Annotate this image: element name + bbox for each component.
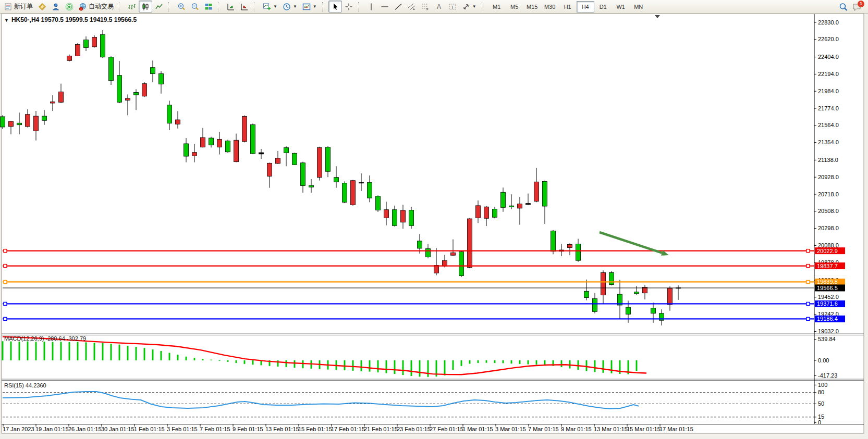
time-axis-label: 13 Mar 01:15 <box>594 426 628 432</box>
auto-trading-button[interactable]: 自动交易 <box>76 1 116 12</box>
text-tool-button[interactable]: A <box>432 1 446 12</box>
metaeditor-button[interactable] <box>35 1 49 12</box>
crosshair-icon <box>345 3 353 11</box>
notifications-icon[interactable]: 1 <box>852 3 861 11</box>
line-handle[interactable] <box>4 280 7 283</box>
candle-body <box>568 244 572 247</box>
candle-body <box>134 92 139 95</box>
toolbar-separator <box>322 2 326 11</box>
line-handle[interactable] <box>806 280 810 283</box>
candle-body <box>409 210 414 225</box>
chart-canvas[interactable]: 22830.022620.022404.022194.021984.021774… <box>0 0 868 439</box>
line-handle[interactable] <box>806 249 810 253</box>
timeframe-button-m5[interactable]: M5 <box>506 1 523 12</box>
candle-body <box>317 147 322 177</box>
dropdown-caret: ▼ <box>293 4 297 9</box>
price-tick-label: 22830.0 <box>818 19 839 26</box>
time-axis-label: 17 Jan 2023 <box>3 426 34 432</box>
candle-body <box>234 140 239 161</box>
time-axis-label: 19 Jan 01:15 <box>35 426 69 432</box>
candle-body <box>51 102 55 103</box>
candle-body <box>309 185 314 187</box>
candle-body <box>484 207 489 218</box>
new-chart-icon <box>263 3 271 11</box>
line-handle[interactable] <box>806 317 810 320</box>
candle-body <box>292 153 297 165</box>
zoom-in-button[interactable] <box>175 1 188 12</box>
line-handle[interactable] <box>4 317 7 320</box>
crosshair-tool-button[interactable] <box>342 1 356 12</box>
timeframe-button-d1[interactable]: D1 <box>594 1 612 12</box>
period-button[interactable]: ▼ <box>280 1 300 12</box>
horizontal-line-icon <box>381 3 389 11</box>
price-tick-label: 21138.0 <box>818 157 838 163</box>
candle-body <box>468 219 472 267</box>
new-order-button[interactable]: 新订单 <box>2 1 35 12</box>
timeframe-button-m15[interactable]: M15 <box>523 1 541 12</box>
arrows-tool-button[interactable]: ▼ <box>459 1 479 12</box>
line-chart-button[interactable] <box>152 1 166 12</box>
data-window-button[interactable] <box>224 1 238 12</box>
price-tick-label: 21774.0 <box>818 105 839 111</box>
candle-body <box>418 241 422 248</box>
vertical-line-tool-button[interactable] <box>364 1 378 12</box>
bar-chart-button[interactable] <box>125 1 139 12</box>
horizontal-line-tool-button[interactable] <box>378 1 392 12</box>
price-line-badge-label: 20022.9 <box>817 248 838 254</box>
rsi-axis-label: 50 <box>818 400 824 407</box>
candle-body <box>576 244 581 260</box>
search-icon[interactable] <box>839 3 847 11</box>
dropdown-caret: ▼ <box>273 4 277 9</box>
dropdown-caret: ▼ <box>472 4 476 9</box>
candle-body <box>593 298 597 311</box>
timeframe-button-m30[interactable]: M30 <box>541 1 559 12</box>
timeframe-button-mn[interactable]: MN <box>630 1 647 12</box>
template-button[interactable]: ▼ <box>300 1 320 12</box>
new-order-icon <box>4 3 13 11</box>
candle-body <box>126 98 130 100</box>
fibonacci-tool-button[interactable]: F <box>419 1 432 12</box>
collapse-triangle-icon[interactable]: ▼ <box>4 18 9 23</box>
price-line-badge-label: 19566.5 <box>817 285 838 291</box>
clock-icon <box>283 3 291 11</box>
signal-button[interactable] <box>63 1 76 12</box>
svg-text:A: A <box>437 3 441 10</box>
candle-body <box>1 117 5 127</box>
text-label-icon: T <box>448 3 457 11</box>
label-tool-button[interactable]: T <box>446 1 459 12</box>
price-tick-label: 22194.0 <box>818 71 839 77</box>
candlestick-chart-icon <box>141 3 150 11</box>
new-chart-button[interactable]: ▼ <box>260 1 280 12</box>
line-handle[interactable] <box>4 249 7 253</box>
line-handle[interactable] <box>806 302 810 305</box>
profile-button[interactable] <box>49 1 63 12</box>
time-axis-label: 23 Feb 01:15 <box>397 426 431 432</box>
strategy-tester-button[interactable] <box>238 1 251 12</box>
arrows-icon <box>462 3 470 11</box>
price-tick-label: 20508.0 <box>818 208 839 214</box>
cursor-tool-button[interactable] <box>328 1 342 12</box>
tile-windows-button[interactable] <box>202 1 215 12</box>
toolbar-separator <box>358 2 362 11</box>
macd-axis-label: 0.00 <box>818 357 829 363</box>
svg-text:F: F <box>426 8 429 11</box>
zoom-out-button[interactable] <box>188 1 202 12</box>
timeframe-button-m1[interactable]: M1 <box>488 1 506 12</box>
trendline-tool-button[interactable] <box>392 1 405 12</box>
line-handle[interactable] <box>4 302 7 305</box>
timeframe-button-h4[interactable]: H4 <box>577 1 594 12</box>
line-handle[interactable] <box>806 265 810 268</box>
candle-body <box>34 116 39 131</box>
candlestick-chart-button[interactable] <box>139 1 152 12</box>
candle-body <box>217 139 222 147</box>
channel-tool-button[interactable]: E <box>405 1 419 12</box>
timeframe-button-h1[interactable]: H1 <box>559 1 577 12</box>
candle-body <box>551 231 556 251</box>
data-window-icon <box>227 3 235 11</box>
candle-body <box>159 73 164 84</box>
template-icon <box>302 3 311 11</box>
line-handle[interactable] <box>4 265 7 268</box>
timeframe-button-w1[interactable]: W1 <box>612 1 630 12</box>
candle-body <box>192 153 197 156</box>
toolbar-separator <box>119 2 123 11</box>
